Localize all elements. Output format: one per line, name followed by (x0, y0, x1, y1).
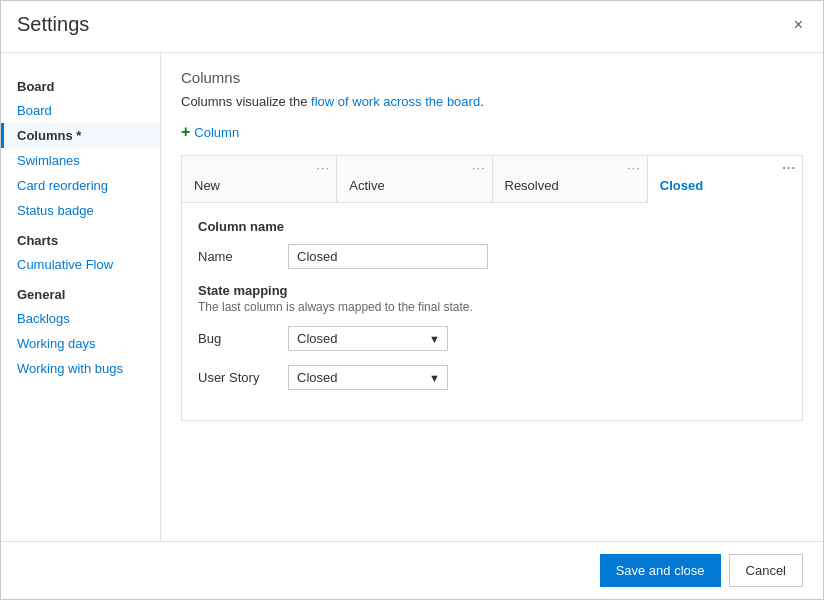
dialog-footer: Save and close Cancel (1, 541, 823, 599)
sidebar-item-backlogs[interactable]: Backlogs (1, 306, 160, 331)
sidebar-section-general: General (1, 277, 160, 306)
sidebar-item-board[interactable]: Board (1, 98, 160, 123)
bug-select-wrapper: Closed Active Resolved ▼ (288, 326, 448, 351)
tab-new-label: New (194, 164, 324, 193)
tab-closed-dots[interactable]: ··· (782, 160, 796, 175)
user-story-select[interactable]: Closed Active Resolved (288, 365, 448, 390)
sidebar: Board Board Columns * Swimlanes Card reo… (1, 53, 161, 541)
save-close-button[interactable]: Save and close (600, 554, 721, 587)
cancel-button[interactable]: Cancel (729, 554, 803, 587)
tab-resolved-label: Resolved (505, 164, 635, 193)
column-detail: Column name Name State mapping The last … (182, 203, 802, 420)
dialog-header: Settings × (1, 1, 823, 44)
tab-closed[interactable]: ··· Closed (648, 156, 802, 203)
tab-closed-label: Closed (660, 164, 790, 193)
state-mapping-desc: The last column is always mapped to the … (198, 300, 786, 314)
user-story-select-wrapper: Closed Active Resolved ▼ (288, 365, 448, 390)
tab-active-dots[interactable]: ··· (472, 160, 486, 175)
user-story-label: User Story (198, 370, 288, 385)
content-area: Columns Columns visualize the flow of wo… (161, 53, 823, 541)
sidebar-section-charts: Charts (1, 223, 160, 252)
add-icon: + (181, 123, 190, 141)
tab-new[interactable]: ··· New (182, 156, 337, 202)
sidebar-item-columns[interactable]: Columns * (1, 123, 160, 148)
bug-label: Bug (198, 331, 288, 346)
columns-tabs: ··· New ··· Active ··· Resolved ··· Clos… (182, 156, 802, 203)
dialog-title: Settings (17, 13, 89, 44)
tab-new-dots[interactable]: ··· (316, 160, 330, 175)
name-input[interactable] (288, 244, 488, 269)
bug-field-row: Bug Closed Active Resolved ▼ (198, 326, 786, 351)
sidebar-item-card-reordering[interactable]: Card reordering (1, 173, 160, 198)
add-column-button[interactable]: + Column (181, 123, 803, 141)
sidebar-item-swimlanes[interactable]: Swimlanes (1, 148, 160, 173)
user-story-field-row: User Story Closed Active Resolved ▼ (198, 365, 786, 390)
sidebar-item-status-badge[interactable]: Status badge (1, 198, 160, 223)
sidebar-section-board: Board (1, 69, 160, 98)
sidebar-item-working-with-bugs[interactable]: Working with bugs (1, 356, 160, 381)
tab-resolved-dots[interactable]: ··· (627, 160, 641, 175)
content-description: Columns visualize the flow of work acros… (181, 94, 803, 109)
tab-active[interactable]: ··· Active (337, 156, 492, 202)
name-field-row: Name (198, 244, 786, 269)
desc-suffix: . (480, 94, 484, 109)
sidebar-item-working-days[interactable]: Working days (1, 331, 160, 356)
content-title: Columns (181, 69, 803, 86)
desc-prefix: Columns visualize the (181, 94, 311, 109)
tab-active-label: Active (349, 164, 479, 193)
dialog-body: Board Board Columns * Swimlanes Card reo… (1, 52, 823, 541)
name-label: Name (198, 249, 288, 264)
state-mapping-title: State mapping (198, 283, 786, 298)
close-button[interactable]: × (790, 13, 807, 37)
add-column-label: Column (194, 125, 239, 140)
settings-dialog: Settings × Board Board Columns * Swimlan… (0, 0, 824, 600)
tab-resolved[interactable]: ··· Resolved (493, 156, 648, 202)
sidebar-item-cumulative-flow[interactable]: Cumulative Flow (1, 252, 160, 277)
bug-select[interactable]: Closed Active Resolved (288, 326, 448, 351)
column-name-section-label: Column name (198, 219, 786, 234)
columns-area: ··· New ··· Active ··· Resolved ··· Clos… (181, 155, 803, 421)
desc-link[interactable]: flow of work across the board (311, 94, 480, 109)
